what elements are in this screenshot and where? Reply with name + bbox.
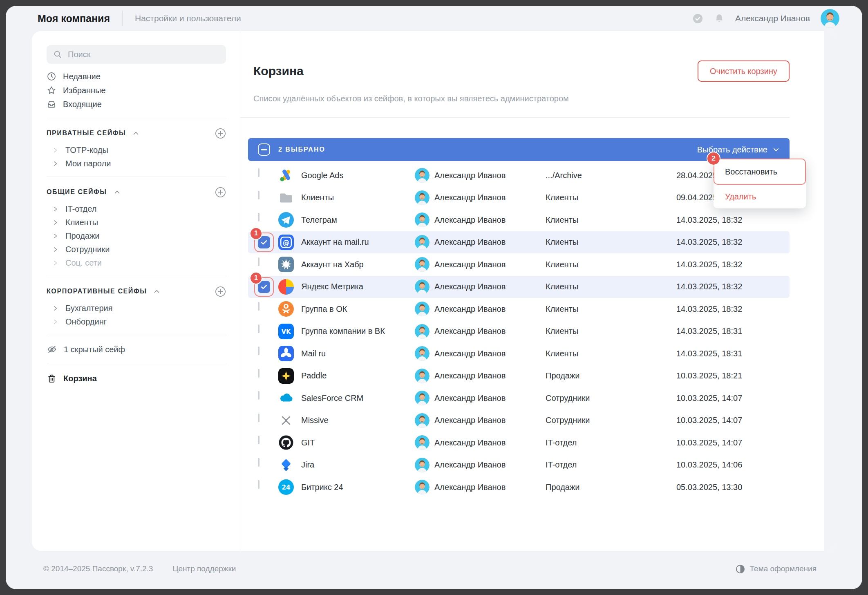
sidebar-item-safe[interactable]: Сотрудники — [52, 244, 226, 254]
sidebar-item-safe[interactable]: Бухгалтерия — [52, 303, 226, 313]
item-name: Битрикс 24 — [301, 483, 415, 492]
tutorial-step-badge: 1 — [250, 227, 262, 240]
row-checkbox[interactable] — [258, 458, 260, 467]
section-title: КОРПОРАТИВНЫЕ СЕЙФЫ — [47, 288, 147, 295]
ok-icon — [277, 300, 295, 318]
item-vault: .../Archive — [546, 171, 676, 180]
row-checkbox[interactable] — [258, 168, 260, 177]
eye-off-icon — [47, 344, 57, 355]
row-checkbox[interactable] — [258, 213, 260, 221]
sidebar-item-safe[interactable]: Продажи — [52, 231, 226, 241]
sidebar-item-label: Входящие — [63, 100, 102, 109]
add-safe-button[interactable] — [215, 128, 226, 139]
sidebar-item-star[interactable]: Избранные — [47, 85, 226, 96]
avatar — [415, 458, 430, 472]
avatar — [415, 257, 430, 272]
sidebar-item-trash[interactable]: Корзина — [47, 372, 226, 385]
scrollbar-track[interactable] — [824, 31, 836, 551]
sidebar-item-safe[interactable]: Соц. сети — [52, 258, 226, 268]
row-checkbox[interactable] — [258, 302, 260, 311]
sidebar-divider — [47, 276, 226, 276]
sidebar-item-safe[interactable]: Онбординг — [52, 317, 226, 327]
search-icon — [53, 50, 62, 59]
user-name: Александр Иванов — [735, 13, 810, 23]
item-user: Александр Иванов — [434, 282, 546, 291]
table-row[interactable]: 1 @ Аккаунт на mail.ru Александр Иванов … — [248, 231, 790, 254]
item-user: Александр Иванов — [434, 327, 546, 336]
menu-item-delete[interactable]: Удалить — [714, 185, 806, 208]
table-row[interactable]: Аккаунт на Хабр Александр Иванов Клиенты… — [248, 253, 790, 276]
item-vault: Клиенты — [546, 237, 676, 247]
item-vault: Клиенты — [546, 349, 676, 358]
table-row[interactable]: Missive Александр Иванов Сотрудники 10.0… — [248, 409, 790, 432]
chevron-right-icon — [52, 305, 58, 311]
row-checkbox[interactable] — [258, 369, 260, 378]
row-checkbox[interactable] — [258, 414, 260, 422]
table-row[interactable]: Mail ru Александр Иванов Клиенты 14.03.2… — [248, 342, 790, 365]
table-row[interactable]: SalesForce CRM Александр Иванов Сотрудни… — [248, 387, 790, 409]
table-row[interactable]: Телеграм Александр Иванов Клиенты 14.03.… — [248, 209, 790, 231]
table-row[interactable]: VK Группа компании в ВК Александр Иванов… — [248, 320, 790, 343]
item-name: Аккаунт на mail.ru — [301, 237, 415, 247]
table-row[interactable]: GIT Александр Иванов IT-отдел 10.03.2025… — [248, 432, 790, 454]
table-row[interactable]: 1 Яндекс Метрика Александр Иванов Клиент… — [248, 276, 790, 298]
item-user: Александр Иванов — [434, 304, 546, 314]
sidebar-item-inbox[interactable]: Входящие — [47, 99, 226, 110]
row-checkbox[interactable] — [258, 391, 260, 400]
search-input[interactable] — [67, 49, 219, 60]
item-user: Александр Иванов — [434, 260, 546, 269]
nav-settings-users[interactable]: Настройки и пользователи — [135, 13, 241, 23]
row-checkbox[interactable] — [258, 191, 260, 199]
item-vault: IT-отдел — [546, 460, 676, 470]
mailru-at-icon: @ — [277, 234, 295, 251]
add-safe-button[interactable] — [215, 187, 226, 198]
table-row[interactable]: Клиенты Александр Иванов Клиенты 09.04.2… — [248, 187, 790, 209]
clear-trash-button[interactable]: Очистить корзину — [698, 60, 790, 82]
main-panel: Корзина Очистить корзину Список удалённы… — [240, 31, 836, 551]
item-vault: Клиенты — [546, 260, 676, 269]
table-row[interactable]: 24 Битрикс 24 Александр Иванов Продажи 0… — [248, 476, 790, 499]
row-checkbox[interactable] — [258, 480, 260, 489]
sidebar-divider — [47, 118, 226, 118]
select-all-checkbox[interactable] — [258, 143, 270, 156]
sidebar-item-safe[interactable]: Клиенты — [52, 217, 226, 227]
section-title: ПРИВАТНЫЕ СЕЙФЫ — [47, 130, 126, 137]
search-box[interactable] — [47, 45, 226, 64]
item-name: Клиенты — [301, 193, 415, 202]
sidebar-item-hidden-safes[interactable]: 1 скрытый сейф — [47, 343, 226, 356]
row-checkbox[interactable] — [258, 347, 260, 355]
sidebar-item-label: Недавние — [63, 72, 101, 81]
menu-item-restore[interactable]: Восстановить — [714, 159, 806, 185]
item-date: 14.03.2025, 18:32 — [676, 215, 790, 225]
sidebar-item-safe[interactable]: ТОТР-коды — [52, 145, 226, 155]
support-link[interactable]: Центр поддержки — [172, 564, 236, 573]
sidebar-item-safe[interactable]: Мои пароли — [52, 159, 226, 168]
item-date: 14.03.2025, 18:32 — [676, 260, 790, 269]
selection-count: 2 ВЫБРАНО — [278, 146, 325, 153]
add-safe-button[interactable] — [215, 286, 226, 297]
item-vault: Клиенты — [546, 327, 676, 336]
table-row[interactable]: Группа в ОК Александр Иванов Клиенты 14.… — [248, 298, 790, 320]
item-user: Александр Иванов — [434, 371, 546, 380]
row-checkbox[interactable] — [258, 324, 260, 333]
row-checkbox[interactable] — [258, 436, 260, 444]
chevron-up-icon[interactable] — [114, 189, 121, 196]
avatar[interactable] — [821, 9, 839, 28]
chevron-up-icon[interactable] — [153, 288, 160, 295]
sidebar-section: КОРПОРАТИВНЫЕ СЕЙФЫБухгалтерияОнбординг — [47, 284, 226, 327]
bell-icon[interactable] — [714, 13, 725, 24]
status-check-icon[interactable] — [692, 13, 703, 24]
item-name: Jira — [301, 460, 415, 470]
sidebar-item-safe[interactable]: IT-отдел — [52, 204, 226, 214]
item-vault: Клиенты — [546, 282, 676, 291]
sidebar-item-clock[interactable]: Недавние — [47, 71, 226, 82]
table-row[interactable]: Paddle Александр Иванов Продажи 10.03.20… — [248, 365, 790, 387]
theme-toggle[interactable]: Тема оформления — [736, 564, 817, 574]
table-row[interactable]: Google Ads Александр Иванов .../Archive … — [248, 164, 790, 187]
avatar — [415, 413, 430, 428]
row-checkbox[interactable] — [258, 257, 260, 266]
item-name: SalesForce CRM — [301, 394, 415, 403]
item-user: Александр Иванов — [434, 483, 546, 492]
chevron-up-icon[interactable] — [132, 130, 139, 137]
table-row[interactable]: Jira Александр Иванов IT-отдел 10.03.202… — [248, 454, 790, 476]
